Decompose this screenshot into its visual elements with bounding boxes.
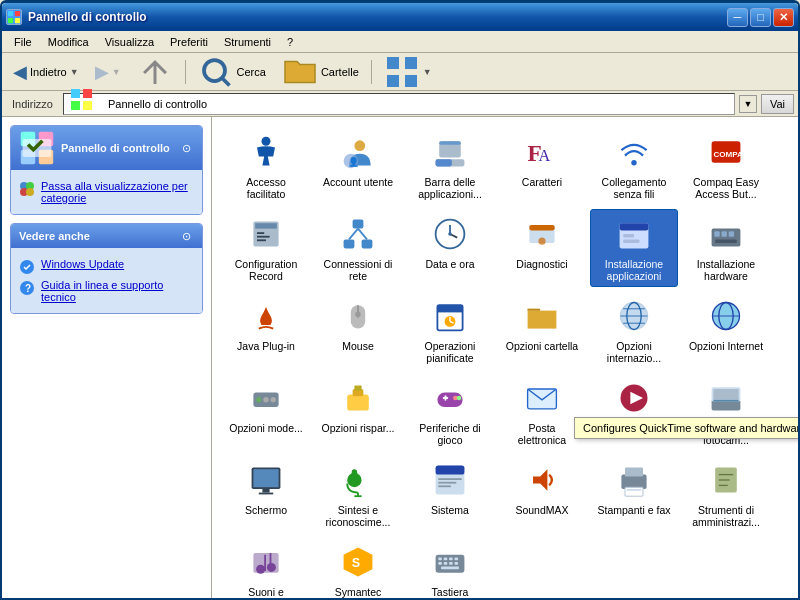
svg-point-26 [262,137,271,146]
icon-item-java[interactable]: Java Plug-in [222,291,310,369]
sidebar-section2-collapse[interactable]: ⊙ [178,228,194,244]
printer-icon [614,460,654,500]
icon-item-soundmax[interactable]: SoundMAX [498,455,586,533]
speech-icon [338,460,378,500]
icon-item-strumenti[interactable]: Strumenti di amministrazi... [682,455,770,533]
scheduled-icon [430,296,470,336]
sidebar-header-panel: Pannello di controllo ⊙ [11,126,202,170]
sidebar-link-windows-update[interactable]: Windows Update [19,256,194,277]
icon-label-opzioni_internet: Opzioni Internet [689,340,763,352]
icon-item-stampanti[interactable]: Stampanti e fax [590,455,678,533]
icon-item-quicktime[interactable]: QuickTime [590,373,678,451]
icon-label-soundmax: SoundMAX [515,504,568,516]
icon-item-tastiera[interactable]: Tastiera [406,537,494,598]
icon-item-collegamento[interactable]: Collegamento senza fili [590,127,678,205]
search-button[interactable]: Cerca [191,50,273,94]
minimize-button[interactable]: ─ [727,8,748,27]
install-icon [614,214,654,254]
go-button[interactable]: Vai [761,94,794,114]
address-dropdown[interactable]: ▼ [739,95,757,113]
svg-rect-61 [714,231,719,236]
icon-label-schermo: Schermo [245,504,287,516]
icon-item-symantec[interactable]: SSymantec LiveUpdate [314,537,402,598]
network-icon [338,214,378,254]
icon-label-compaq: Compaq Easy Access But... [687,176,765,200]
icon-item-operazioni[interactable]: Operazioni pianificate [406,291,494,369]
icons-area: Accesso facilitato👤Account utenteBarra d… [212,117,798,598]
icon-item-opzioni_internet[interactable]: Opzioni Internet [682,291,770,369]
config-icon [246,214,286,254]
sound-icon [522,460,562,500]
icon-label-opzioni_internaz: Opzioni internazio... [595,340,673,364]
icon-item-diagnostici[interactable]: Diagnostici [498,209,586,287]
menu-file[interactable]: File [6,34,40,50]
icon-item-hardware[interactable]: Installazione hardware [682,209,770,287]
icon-item-opzioni_internaz[interactable]: Opzioni internazio... [590,291,678,369]
icon-label-periferiche_gioco: Periferiche di gioco [411,422,489,446]
menu-modifica[interactable]: Modifica [40,34,97,50]
icon-item-connessioni[interactable]: Connessioni di rete [314,209,402,287]
icon-item-scanner[interactable]: Scanner e fotocam... [682,373,770,451]
icon-item-config[interactable]: Configuration Record [222,209,310,287]
menu-preferiti[interactable]: Preferiti [162,34,216,50]
icon-label-opzioni_modem: Opzioni mode... [229,422,303,434]
menu-visualizza[interactable]: Visualizza [97,34,162,50]
close-button[interactable]: ✕ [773,8,794,27]
svg-rect-42 [257,236,270,238]
menu-help[interactable]: ? [279,34,301,50]
icon-item-caratteri[interactable]: FACaratteri [498,127,586,205]
icon-item-opzioni_cartella[interactable]: Opzioni cartella [498,291,586,369]
icon-item-schermo[interactable]: Schermo [222,455,310,533]
tools-icon [706,460,746,500]
views-button[interactable]: ▼ [377,50,439,94]
back-button[interactable]: ◀ Indietro ▼ [6,57,86,87]
icon-item-sintesi[interactable]: Sintesi e riconoscime... [314,455,402,533]
svg-point-4 [204,60,225,81]
svg-rect-104 [259,493,273,495]
svg-rect-133 [455,558,459,561]
icon-item-barra[interactable]: Barra delle applicazioni... [406,127,494,205]
icon-item-data[interactable]: Data e ora [406,209,494,287]
svg-rect-3 [15,18,20,23]
sidebar-link-categories[interactable]: Passa alla visualizzazione per categorie [19,178,194,206]
icon-item-opzioni_modem[interactable]: Opzioni mode... [222,373,310,451]
datetime-icon [430,214,470,254]
internet-icon [706,296,746,336]
svg-rect-126 [264,555,266,571]
icon-item-account[interactable]: 👤Account utente [314,127,402,205]
icon-item-posta[interactable]: Posta elettronica [498,373,586,451]
forward-button[interactable]: ▶ ▼ [88,57,128,87]
up-button[interactable] [130,50,180,94]
icon-label-caratteri: Caratteri [522,176,562,188]
toolbar: ◀ Indietro ▼ ▶ ▼ Cerca Cartelle [2,53,798,91]
icon-item-opzioni_risparm[interactable]: Opzioni rispar... [314,373,402,451]
svg-rect-31 [436,159,452,166]
sidebar-link-help[interactable]: ? Guida in linea e supporto tecnico [19,277,194,305]
svg-rect-8 [387,75,399,87]
icon-item-compaq[interactable]: COMPAQCompaq Easy Access But... [682,127,770,205]
svg-rect-9 [405,75,417,87]
svg-rect-116 [625,467,643,476]
icon-label-sintesi: Sintesi e riconoscime... [319,504,397,528]
address-input[interactable]: Pannello di controllo [63,93,735,115]
svg-rect-62 [722,231,727,236]
icon-item-sistema[interactable]: Sistema [406,455,494,533]
menu-strumenti[interactable]: Strumenti [216,34,279,50]
regional-icon [614,296,654,336]
icon-item-accesso[interactable]: Accesso facilitato [222,127,310,205]
sidebar-header-also: Vedere anche ⊙ [11,224,202,248]
icon-item-periferiche_gioco[interactable]: Periferiche di gioco [406,373,494,451]
icon-item-suoni[interactable]: Suoni e periferc... [222,537,310,598]
maximize-button[interactable]: □ [750,8,771,27]
sidebar-section1-collapse[interactable]: ⊙ [178,140,194,156]
folders-button[interactable]: Cartelle [275,50,366,94]
titlebar: Pannello di controllo ─ □ ✕ [2,3,798,31]
icon-item-mouse[interactable]: Mouse [314,291,402,369]
sidebar: Pannello di controllo ⊙ Passa alla visua… [2,117,212,598]
apps-icon [430,132,470,172]
hardware-icon [706,214,746,254]
icon-item-installazione[interactable]: Installazione applicazioni [590,209,678,287]
svg-rect-134 [438,562,442,565]
svg-point-85 [271,397,276,402]
svg-rect-103 [262,489,269,493]
